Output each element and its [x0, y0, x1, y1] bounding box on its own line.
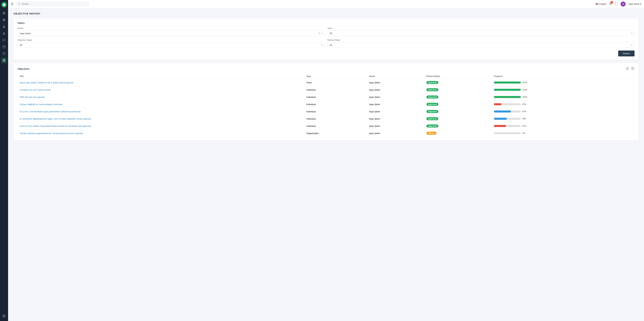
objective-types-select[interactable]: All — [18, 42, 325, 48]
objective-link[interactable]: Ücret ve Yan Hakları Piyasadaki Rakip fi… — [20, 125, 91, 127]
sidebar-item-settings[interactable] — [1, 313, 7, 319]
print-button[interactable] — [631, 67, 634, 71]
progress-bar-fill — [494, 89, 521, 91]
progress-bar-bg — [494, 82, 521, 84]
row-owner: Ayşe Şahin — [367, 130, 424, 137]
row-owner: Ayşe Şahin — [367, 123, 424, 130]
notification-badge: 8 — [610, 1, 613, 4]
row-title: IK süreçlerini dijitalleştirerek doğru, … — [18, 115, 304, 123]
progress-bar-fill — [494, 96, 521, 98]
progress-label: 45% — [522, 125, 527, 127]
objective-types-filter: Objective Types All — [18, 39, 325, 48]
user-avatar[interactable]: A — [620, 1, 626, 6]
sidebar-item-reports[interactable] — [1, 57, 7, 63]
status-badge: Approved — [426, 110, 438, 113]
global-search-box[interactable] — [16, 1, 90, 6]
progress-bar-fill — [494, 103, 502, 105]
menu-toggle-icon[interactable]: ☰ — [11, 2, 14, 6]
sidebar-item-team[interactable] — [1, 30, 7, 36]
svg-rect-1 — [3, 12, 4, 13]
row-owner: Ayşe Şahin — [367, 101, 424, 108]
row-owner: Ayşe Şahin — [367, 79, 424, 86]
progress-bar-fill — [494, 82, 521, 84]
sidebar-item-person[interactable] — [1, 23, 7, 30]
status-badge: Approved — [426, 88, 438, 91]
progress-bar-fill — [494, 111, 511, 113]
row-owner: Ayşe Şahin — [367, 108, 424, 115]
filters-grid: Owner Ayşe Şahin ✕ ▾ Team All Obje — [18, 27, 634, 48]
objective-link[interactable]: pazar payı olarak Türkiye'nin ilk 3 şirk… — [20, 81, 73, 84]
progress-bar-bg — [494, 132, 521, 134]
user-menu[interactable]: Ayşe Şahin ▾ — [628, 3, 641, 5]
table-row: IK süreçlerini dijitalleştirerek doğru, … — [18, 115, 634, 123]
status-badge: Approved — [426, 103, 438, 106]
notification-button[interactable]: 8 — [609, 2, 612, 6]
table-row: Ücret ve Yan Hakları Piyasadaki Rakip fi… — [18, 123, 634, 130]
sidebar-item-briefcase[interactable] — [1, 50, 7, 57]
language-selector[interactable]: 🇺🇸 English — [596, 3, 606, 5]
sidebar-item-home[interactable] — [1, 10, 7, 16]
progress-cell: 45% — [494, 125, 632, 127]
review-status-select[interactable]: All — [328, 42, 634, 48]
export-csv-button[interactable] — [626, 67, 629, 71]
owner-clear-icon[interactable]: ✕ — [318, 32, 320, 35]
row-type: Individual — [304, 115, 367, 123]
table-body: pazar payı olarak Türkiye'nin ilk 3 şirk… — [18, 79, 634, 137]
objective-link[interactable]: En iyi ilk 3 Üniversiteden genç yetenekl… — [20, 110, 81, 113]
page-title: OBJECTIVE REPORT — [14, 12, 638, 15]
fullscreen-button[interactable] — [615, 2, 618, 6]
search-button[interactable]: Search — [618, 50, 634, 56]
objectives-card: Objectives Title Type Owner R — [14, 63, 638, 140]
row-progress: 28% — [492, 101, 634, 108]
row-review-status: Approved — [424, 115, 492, 123]
table-row: En iyi ilk 3 Üniversiteden genç yetenekl… — [18, 108, 634, 115]
review-status-filter: Review Status All — [328, 39, 634, 48]
col-review-status: Review Status — [424, 74, 492, 79]
review-status-label: Review Status — [328, 39, 634, 41]
objectives-section-title: Objectives — [18, 68, 30, 70]
row-type: Individual — [304, 123, 367, 130]
row-type: Individual — [304, 101, 367, 108]
owner-select-wrapper[interactable]: Ayşe Şahin ✕ ▾ — [18, 30, 325, 36]
chevron-down-icon: ▾ — [640, 3, 641, 5]
progress-bar-fill — [494, 118, 507, 120]
row-progress: 100% — [492, 93, 634, 101]
svg-rect-4 — [4, 13, 5, 14]
objectives-table: Title Type Owner Review Status Progress … — [18, 74, 634, 137]
search-input[interactable] — [22, 3, 87, 5]
row-type: Individual — [304, 86, 367, 93]
row-progress: 63% — [492, 108, 634, 115]
row-type: Individual — [304, 108, 367, 115]
progress-cell: 100% — [494, 81, 632, 84]
row-title: En iyi ilk 3 Üniversiteden genç yetenekl… — [18, 108, 304, 115]
row-progress: 0% — [492, 130, 634, 137]
objective-link[interactable]: IK süreçlerini dijitalleştirerek doğru, … — [20, 118, 91, 120]
col-title: Title — [18, 74, 304, 79]
sidebar-logo[interactable] — [1, 2, 7, 7]
objective-link[interactable]: OKR full cyle test yapmak — [20, 96, 45, 98]
status-badge: Approved — [426, 96, 438, 99]
col-progress: Progress — [492, 74, 634, 79]
objective-link[interactable]: Çalışan bağlılığı ve memnuniyetini arttı… — [20, 103, 62, 106]
sidebar-item-chat[interactable] — [1, 37, 7, 43]
row-type: Organization — [304, 130, 367, 137]
objective-link[interactable]: Ürünleri globale yaygınlaştırarak, Avrup… — [20, 132, 83, 135]
svg-rect-15 — [3, 53, 6, 55]
row-review-status: Approved — [424, 108, 492, 115]
objectives-header: Objectives — [18, 67, 634, 71]
progress-bar-bg — [494, 111, 521, 113]
search-icon — [18, 2, 20, 5]
team-select[interactable]: All — [328, 30, 634, 36]
row-review-status: Approved — [424, 93, 492, 101]
objectives-actions — [626, 67, 634, 71]
progress-cell: 100% — [494, 89, 632, 91]
objective-link[interactable]: Avrupanın en iyi IT şirketi olmak — [20, 89, 50, 91]
sidebar-item-calendar[interactable] — [1, 44, 7, 50]
row-review-status: Approved — [424, 79, 492, 86]
owner-caret-icon: ▾ — [322, 32, 322, 34]
progress-cell: 28% — [494, 103, 632, 105]
topbar-right: 🇺🇸 English 8 A Ayşe Şahin ▾ — [596, 1, 641, 6]
sidebar-item-globe[interactable] — [1, 17, 7, 23]
row-type: Individual — [304, 93, 367, 101]
table-row: Avrupanın en iyi IT şirketi olmak Indivi… — [18, 86, 634, 93]
